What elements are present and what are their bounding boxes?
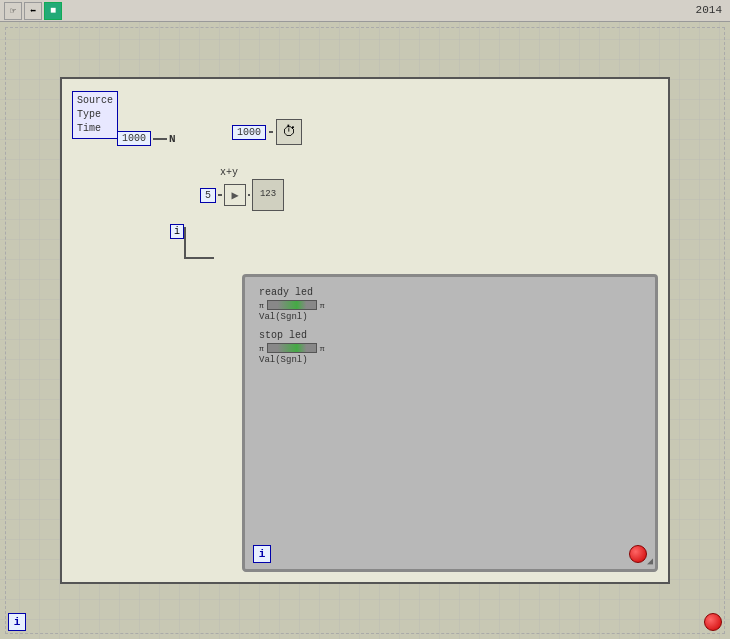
register-block[interactable]: 123 — [252, 179, 284, 211]
sub-panel-bottom: i — [253, 545, 647, 563]
stop-led-indicator-left: π — [259, 344, 264, 353]
back-btn[interactable]: ⬅ — [24, 2, 42, 20]
source-block: Source Type Time — [72, 91, 118, 139]
bottom-left-indicator[interactable]: i — [8, 613, 26, 631]
source-line: Source — [77, 94, 113, 108]
time-line: Time — [77, 122, 113, 136]
stop-led-indicator-right: π — [320, 344, 325, 353]
resize-handle-icon[interactable]: ◢ — [647, 555, 653, 567]
add-label: x+y — [220, 167, 284, 178]
sub-panel: ready led π π Val(Sgnl) stop led π π Val… — [242, 274, 658, 572]
sub-panel-info-btn[interactable]: i — [253, 545, 271, 563]
add-block-area: x+y 5 ▶ 123 — [200, 167, 284, 211]
wire-horizontal — [184, 257, 214, 259]
ready-led-section: ready led π π Val(Sgnl) — [245, 277, 655, 326]
inner-panel: Source Type Time 1000 N 1000 ⏱ x+y 5 ▶ — [60, 77, 670, 584]
sub-panel-stop-btn[interactable] — [629, 545, 647, 563]
n-value-box[interactable]: 1000 — [117, 131, 151, 146]
toolbar: ☞ ⬅ ■ 2014 — [0, 0, 730, 22]
ready-val-sgnl: Val(Sgnl) — [259, 312, 641, 322]
five-value-box[interactable]: 5 — [200, 188, 216, 203]
index-label: i — [170, 224, 184, 239]
square-btn[interactable]: ■ — [44, 2, 62, 20]
n-block: 1000 N — [117, 131, 176, 146]
stop-led-label: stop led — [259, 330, 641, 341]
main-canvas: × [0] Timeout ▼ Source Type Time 1000 N … — [0, 22, 730, 639]
wait-icon[interactable]: ⏱ — [276, 119, 302, 145]
stop-led-section: stop led π π Val(Sgnl) — [245, 326, 655, 369]
bottom-right-stop[interactable] — [704, 613, 722, 631]
triangle-icon[interactable]: ▶ — [224, 184, 246, 206]
stop-val-sgnl: Val(Sgnl) — [259, 355, 641, 365]
hand-tool-icon[interactable]: ☞ — [4, 2, 22, 20]
wait-value-box[interactable]: 1000 — [232, 125, 266, 140]
wait-block: 1000 ⏱ — [232, 119, 302, 145]
ready-led-indicator-left: π — [259, 301, 264, 310]
wire-vertical — [184, 227, 186, 257]
n-label: N — [169, 133, 176, 145]
type-line: Type — [77, 108, 113, 122]
ready-led-indicator-right: π — [320, 301, 325, 310]
ready-led-bar — [267, 300, 317, 310]
ready-led-label: ready led — [259, 287, 641, 298]
year-label: 2014 — [696, 4, 722, 16]
stop-led-bar — [267, 343, 317, 353]
